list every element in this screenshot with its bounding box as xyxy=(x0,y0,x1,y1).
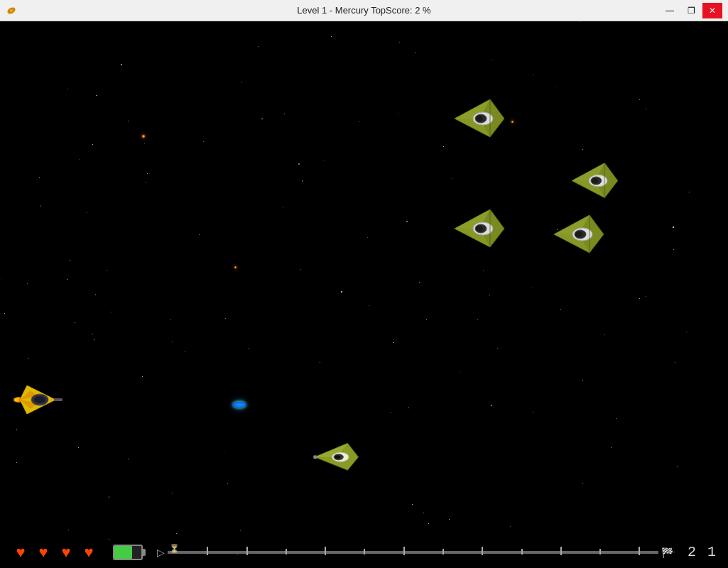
star-9 xyxy=(107,270,107,271)
star-extra-52 xyxy=(109,496,110,498)
star-extra-79 xyxy=(80,159,80,160)
tick-5 xyxy=(364,549,365,555)
star-extra-7 xyxy=(491,60,492,60)
energy-fill xyxy=(114,546,132,559)
star-extra-60 xyxy=(172,493,173,493)
enemy-ship-4 xyxy=(305,440,366,479)
star-0 xyxy=(67,89,68,89)
star-29 xyxy=(284,114,285,114)
heart-1: ♥ xyxy=(11,543,31,562)
star-extra-37 xyxy=(259,46,259,47)
star-extra-10 xyxy=(75,322,75,323)
level-bar-end-marker: 🏁 xyxy=(661,547,673,558)
svg-rect-44 xyxy=(313,455,317,459)
star-extra-6 xyxy=(452,178,452,179)
tick-3 xyxy=(286,549,287,555)
level-bar-ship-icon: ▷ xyxy=(157,547,165,558)
minimize-button[interactable]: — xyxy=(660,3,680,18)
star-extra-21 xyxy=(428,523,429,524)
level-progress-bar: ▷ ⏳ 🏁 xyxy=(157,547,673,558)
star-extra-59 xyxy=(419,282,420,283)
star-extra-15 xyxy=(399,42,401,43)
orange-particle-0 xyxy=(142,135,145,138)
star-extra-76 xyxy=(489,295,490,295)
star-1 xyxy=(128,121,129,121)
star-extra-68 xyxy=(491,405,492,406)
star-extra-12 xyxy=(128,459,129,460)
tick-8 xyxy=(482,547,483,555)
star-extra-56 xyxy=(240,530,241,531)
star-13 xyxy=(639,298,640,299)
star-26 xyxy=(78,447,79,448)
star-3 xyxy=(298,163,300,165)
star-extra-47 xyxy=(302,180,303,182)
heart-3: ♥ xyxy=(56,543,76,562)
star-extra-73 xyxy=(369,305,369,306)
window-controls: — ❐ ✕ xyxy=(660,3,722,18)
star-extra-49 xyxy=(94,339,94,340)
star-16 xyxy=(142,376,143,377)
star-extra-0 xyxy=(147,173,148,174)
tick-10 xyxy=(560,547,562,555)
close-button[interactable]: ✕ xyxy=(702,3,722,18)
star-23 xyxy=(39,178,40,178)
heart-4: ♥ xyxy=(79,543,99,562)
star-extra-78 xyxy=(423,513,424,513)
tick-6 xyxy=(403,547,405,555)
star-extra-70 xyxy=(146,182,146,183)
svg-point-10 xyxy=(13,398,19,402)
star-extra-77 xyxy=(674,552,675,552)
star-extra-71 xyxy=(185,351,185,352)
star-extra-5 xyxy=(70,260,70,261)
star-extra-38 xyxy=(359,121,360,122)
hud: ♥ ♥ ♥ ♥ ▷ ⏳ xyxy=(0,536,728,568)
star-extra-69 xyxy=(28,358,29,359)
star-14 xyxy=(675,362,675,363)
tick-4 xyxy=(325,547,326,555)
heart-2: ♥ xyxy=(33,543,53,562)
app-icon xyxy=(6,5,17,16)
star-27 xyxy=(170,320,171,320)
enemy-ship-0 xyxy=(451,96,508,142)
star-extra-29 xyxy=(510,526,511,527)
star-extra-66 xyxy=(646,109,646,109)
star-extra-27 xyxy=(443,146,444,147)
star-extra-4 xyxy=(300,269,301,270)
enemy-ship-1 xyxy=(568,160,621,202)
tick-2 xyxy=(246,547,248,555)
star-extra-35 xyxy=(144,143,145,144)
star-6 xyxy=(639,99,640,100)
level-bar-track: ⏳ xyxy=(168,551,658,554)
svg-point-16 xyxy=(476,116,483,121)
game-area[interactable]: ♥ ♥ ♥ ♥ ▷ ⏳ xyxy=(0,21,728,568)
star-extra-33 xyxy=(406,221,408,222)
svg-point-43 xyxy=(335,455,340,459)
star-extra-22 xyxy=(646,296,646,297)
title-bar-left xyxy=(6,5,17,16)
star-extra-20 xyxy=(261,119,263,120)
star-extra-61 xyxy=(225,318,226,319)
star-extra-18 xyxy=(686,332,687,332)
star-extra-53 xyxy=(67,279,67,280)
enemy-ship-3 xyxy=(550,212,607,258)
star-10 xyxy=(341,291,342,293)
star-extra-16 xyxy=(408,408,409,409)
orange-particle-1 xyxy=(234,266,237,268)
star-extra-58 xyxy=(224,451,224,452)
star-extra-26 xyxy=(532,288,533,288)
star-extra-63 xyxy=(331,36,332,37)
star-extra-17 xyxy=(415,53,416,53)
star-extra-45 xyxy=(673,249,674,250)
restore-button[interactable]: ❐ xyxy=(681,3,701,18)
star-extra-75 xyxy=(96,95,97,97)
tick-11 xyxy=(599,549,601,555)
energy-bar xyxy=(113,545,143,560)
svg-point-23 xyxy=(592,178,598,183)
lives-display: ♥ ♥ ♥ ♥ xyxy=(11,543,99,562)
star-extra-42 xyxy=(579,21,580,22)
star-extra-3 xyxy=(87,212,87,213)
svg-point-7 xyxy=(34,396,45,403)
star-extra-48 xyxy=(92,144,93,145)
star-extra-50 xyxy=(582,380,583,381)
star-extra-43 xyxy=(604,334,605,335)
